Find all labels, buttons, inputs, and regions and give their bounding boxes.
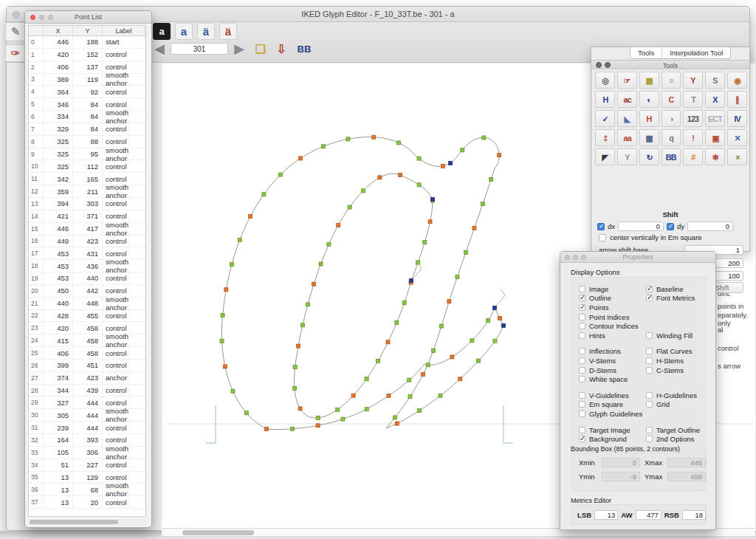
control-point[interactable]	[348, 205, 351, 209]
anchor-point[interactable]	[224, 288, 228, 292]
option-checkbox[interactable]	[646, 348, 653, 354]
tool-button-11-icon[interactable]: C	[662, 91, 681, 108]
control-point[interactable]	[306, 303, 309, 306]
control-point[interactable]	[397, 141, 401, 145]
option-checkbox[interactable]	[579, 332, 585, 339]
control-point[interactable]	[417, 183, 421, 187]
option-checkbox[interactable]	[646, 427, 653, 433]
option-checkbox[interactable]	[579, 295, 585, 301]
point-list-scroll-thumb[interactable]	[30, 520, 118, 524]
point-row[interactable]: 1420152control	[29, 49, 145, 61]
tool-button-19-icon[interactable]: 123	[683, 110, 703, 127]
anchor-point[interactable]	[498, 154, 501, 157]
tool-button-1-icon[interactable]: ◎	[595, 72, 615, 89]
tool-button-20-icon[interactable]: ECT	[705, 110, 725, 127]
point-row[interactable]: 13394303control	[29, 198, 145, 210]
option-checkbox[interactable]	[579, 357, 585, 364]
control-point[interactable]	[300, 323, 304, 327]
option-checkbox[interactable]	[579, 323, 585, 329]
control-point[interactable]	[423, 241, 427, 244]
control-point[interactable]	[220, 339, 224, 343]
control-point[interactable]	[231, 389, 235, 393]
point-row[interactable]: 27374423anchor	[29, 372, 145, 385]
tool-button-30-icon[interactable]: Y	[617, 148, 637, 165]
start-point[interactable]	[502, 324, 506, 328]
control-point[interactable]	[278, 173, 282, 176]
point-row[interactable]: 33105306smooth anchor	[29, 447, 145, 459]
tool-button-26-icon[interactable]: !	[683, 129, 703, 146]
point-row[interactable]: 18453436smooth anchor	[29, 260, 145, 272]
control-point[interactable]	[493, 339, 497, 343]
point-row[interactable]: 30305444smooth anchor	[29, 409, 145, 422]
tool-button-12-icon[interactable]: T	[683, 91, 703, 108]
option-checkbox[interactable]	[646, 357, 653, 364]
point-row[interactable]: 12359211smooth anchor	[29, 185, 145, 198]
anchor-point[interactable]	[441, 164, 444, 168]
tool-button-31-icon[interactable]: ↻	[639, 148, 659, 165]
anchor-point[interactable]	[337, 223, 340, 227]
control-point[interactable]	[487, 319, 490, 323]
anchor-point[interactable]	[298, 157, 302, 160]
option-checkbox[interactable]	[646, 436, 653, 442]
tool-button-3-icon[interactable]: ▦	[639, 72, 659, 89]
label-column-header[interactable]: Label	[103, 26, 145, 35]
control-point[interactable]	[361, 189, 365, 193]
tool-button-22-icon[interactable]: ‡	[595, 129, 615, 146]
option-checkbox[interactable]	[646, 367, 653, 374]
tool-button-13-icon[interactable]: X	[705, 91, 725, 108]
control-point[interactable]	[402, 301, 406, 305]
anchor-point[interactable]	[265, 428, 269, 431]
anchor-point[interactable]	[428, 220, 432, 224]
point-row[interactable]: 3389119smooth anchor	[29, 74, 145, 86]
control-point[interactable]	[482, 136, 486, 140]
anchor-point[interactable]	[372, 135, 376, 139]
control-point[interactable]	[481, 202, 484, 206]
point-row[interactable]: 26399451control	[29, 360, 145, 372]
anchor-point[interactable]	[249, 215, 252, 219]
tool-button-8-icon[interactable]: H	[595, 91, 615, 108]
start-point[interactable]	[410, 279, 413, 283]
anchor-point[interactable]	[386, 340, 390, 344]
point-row[interactable]: 28344439control	[29, 385, 145, 397]
anchor-point[interactable]	[498, 317, 502, 320]
point-row[interactable]: 25406458control	[29, 347, 145, 360]
glyph-index-input[interactable]: 301	[171, 43, 228, 55]
tool-button-35-icon[interactable]: ×	[727, 148, 747, 165]
anchor-point[interactable]	[378, 176, 382, 179]
tool-button-7-icon[interactable]: ◉	[727, 72, 747, 89]
option-checkbox[interactable]	[579, 427, 585, 433]
point-row[interactable]: 732984control	[29, 123, 145, 136]
control-point[interactable]	[336, 408, 340, 411]
tool-button-17-icon[interactable]: H	[639, 110, 659, 127]
control-point[interactable]	[365, 377, 368, 381]
control-point[interactable]	[418, 409, 422, 413]
tool-button-29-icon[interactable]: ◤	[595, 148, 615, 165]
point-row[interactable]: 10325112control	[29, 160, 145, 173]
start-point[interactable]	[431, 198, 435, 202]
option-checkbox[interactable]	[646, 401, 653, 408]
anchor-point[interactable]	[472, 227, 476, 230]
option-checkbox[interactable]	[579, 436, 585, 442]
option-checkbox[interactable]	[579, 314, 585, 320]
control-point[interactable]	[230, 263, 233, 267]
option-checkbox[interactable]	[579, 304, 585, 311]
control-point[interactable]	[341, 417, 345, 421]
tool-button-5-icon[interactable]: Y	[683, 72, 703, 89]
tool-button-25-icon[interactable]: q	[662, 129, 681, 146]
control-point[interactable]	[377, 359, 380, 363]
control-point[interactable]	[489, 177, 493, 181]
glyph-inner-contour[interactable]	[295, 174, 433, 418]
glyph-a-dots-button[interactable]: ä	[197, 23, 215, 40]
option-checkbox[interactable]	[646, 286, 653, 292]
metrics-field-value[interactable]: 13	[594, 510, 618, 520]
control-point[interactable]	[293, 365, 297, 369]
point-row[interactable]: 15446417smooth anchor	[29, 223, 145, 236]
tool-brush-icon[interactable]: ✑	[5, 44, 26, 62]
tool-button-23-icon[interactable]: aa	[617, 129, 637, 146]
main-scroll-thumb[interactable]	[182, 530, 254, 535]
x-column-header[interactable]: X	[44, 26, 73, 35]
control-point[interactable]	[221, 313, 224, 317]
glyph-a-red-button[interactable]: ä	[219, 23, 237, 40]
point-row[interactable]: 0446188start	[29, 36, 145, 49]
tool-button-28-icon[interactable]: ✕	[727, 129, 747, 146]
